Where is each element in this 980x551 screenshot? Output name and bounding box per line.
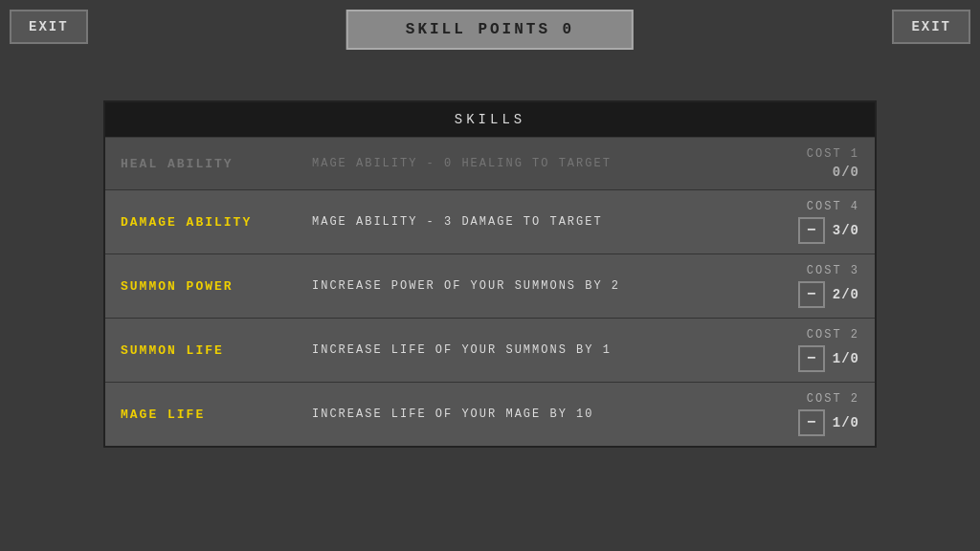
cost-label-summon-power: COST 3 bbox=[807, 264, 859, 277]
cost-control-damage-ability: −3/0 bbox=[798, 217, 859, 244]
cost-value-summon-life: 1/0 bbox=[833, 351, 859, 366]
cost-value-heal-ability: 0/0 bbox=[833, 165, 859, 180]
skill-desc-summon-power: INCREASE POWER OF YOUR SUMMONS BY 2 bbox=[312, 279, 735, 293]
exit-button-right[interactable]: EXIT bbox=[892, 10, 970, 44]
skill-row-damage-ability: DAMAGE ABILITYMAGE ABILITY - 3 DAMAGE TO… bbox=[105, 189, 875, 253]
cost-label-summon-life: COST 2 bbox=[807, 328, 859, 342]
skills-table: SKILLS HEAL ABILITYMAGE ABILITY - 0 HEAL… bbox=[103, 100, 877, 448]
cost-value-damage-ability: 3/0 bbox=[833, 223, 859, 238]
skill-name-heal-ability: HEAL ABILITY bbox=[121, 157, 312, 171]
skill-row-summon-power: SUMMON POWERINCREASE POWER OF YOUR SUMMO… bbox=[105, 253, 875, 318]
cost-control-heal-ability: 0/0 bbox=[833, 165, 859, 180]
cost-control-summon-life: −1/0 bbox=[798, 345, 859, 372]
cost-label-damage-ability: COST 4 bbox=[807, 200, 859, 213]
minus-button-damage-ability[interactable]: − bbox=[798, 217, 825, 244]
skill-cost-area-mage-life: COST 2−1/0 bbox=[735, 392, 859, 436]
cost-label-heal-ability: COST 1 bbox=[807, 147, 859, 161]
exit-button-left[interactable]: EXIT bbox=[10, 10, 88, 44]
minus-button-mage-life[interactable]: − bbox=[798, 409, 825, 436]
skill-desc-mage-life: INCREASE LIFE OF YOUR MAGE BY 10 bbox=[312, 408, 735, 421]
skill-points-container: SKILL POINTS 0 bbox=[346, 10, 634, 50]
skill-desc-heal-ability: MAGE ABILITY - 0 HEALING TO TARGET bbox=[312, 157, 735, 170]
skill-cost-area-heal-ability: COST 10/0 bbox=[735, 147, 859, 180]
skill-row-heal-ability: HEAL ABILITYMAGE ABILITY - 0 HEALING TO … bbox=[105, 137, 875, 189]
minus-button-summon-life[interactable]: − bbox=[798, 345, 825, 372]
skill-row-mage-life: MAGE LIFEINCREASE LIFE OF YOUR MAGE BY 1… bbox=[105, 382, 875, 446]
skill-desc-damage-ability: MAGE ABILITY - 3 DAMAGE TO TARGET bbox=[312, 215, 735, 229]
skill-name-summon-power: SUMMON POWER bbox=[121, 279, 312, 294]
skills-table-header: SKILLS bbox=[105, 102, 875, 137]
skill-points-label: SKILL POINTS 0 bbox=[406, 21, 574, 38]
skill-desc-summon-life: INCREASE LIFE OF YOUR SUMMONS BY 1 bbox=[312, 343, 735, 357]
skill-cost-area-summon-life: COST 2−1/0 bbox=[735, 328, 859, 372]
cost-control-mage-life: −1/0 bbox=[798, 409, 859, 436]
cost-value-summon-power: 2/0 bbox=[833, 287, 859, 302]
cost-label-mage-life: COST 2 bbox=[807, 392, 859, 406]
minus-button-summon-power[interactable]: − bbox=[798, 281, 825, 308]
skill-cost-area-summon-power: COST 3−2/0 bbox=[735, 264, 859, 308]
cost-value-mage-life: 1/0 bbox=[833, 415, 859, 430]
skill-row-summon-life: SUMMON LIFEINCREASE LIFE OF YOUR SUMMONS… bbox=[105, 318, 875, 382]
skill-name-summon-life: SUMMON LIFE bbox=[121, 343, 312, 358]
skill-cost-area-damage-ability: COST 4−3/0 bbox=[735, 200, 859, 244]
cost-control-summon-power: −2/0 bbox=[798, 281, 859, 308]
skill-name-mage-life: MAGE LIFE bbox=[121, 408, 312, 422]
skill-name-damage-ability: DAMAGE ABILITY bbox=[121, 215, 312, 230]
